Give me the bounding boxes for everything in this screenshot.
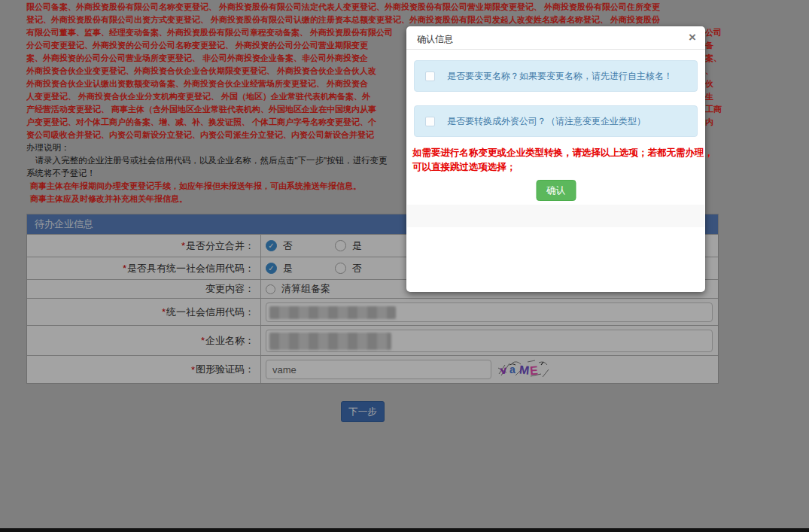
confirm-button[interactable]: 确认 xyxy=(536,180,576,201)
confirm-info-dialog: 确认信息 × 是否要变更名称？如果要变更名称，请先进行自主核名！ 是否要转换成外… xyxy=(406,26,705,292)
close-icon[interactable]: × xyxy=(689,31,696,44)
registration-page: 限公司备案、外商投资股份有限公司名称变更登记、 外商投资股份有限公司法定代表人变… xyxy=(0,0,809,532)
checkbox-unchecked-icon[interactable] xyxy=(425,117,435,126)
option-label: 是否要变更名称？如果要变更名称，请先进行自主核名！ xyxy=(447,70,673,83)
dialog-title: 确认信息 xyxy=(417,34,453,44)
modal-footer-band xyxy=(407,205,704,227)
checkbox-unchecked-icon[interactable] xyxy=(425,71,435,81)
option-convert-foreign[interactable]: 是否要转换成外资公司？（请注意变更企业类型） xyxy=(414,105,698,137)
option-change-name[interactable]: 是否要变更名称？如果要变更名称，请先进行自主核名！ xyxy=(414,60,698,92)
modal-warning-text: 如需要进行名称变更或企业类型转换，请选择以上选项；若都无需办理， 可以直接跳过选… xyxy=(412,146,701,175)
option-label: 是否要转换成外资公司？（请注意变更企业类型） xyxy=(447,115,646,128)
